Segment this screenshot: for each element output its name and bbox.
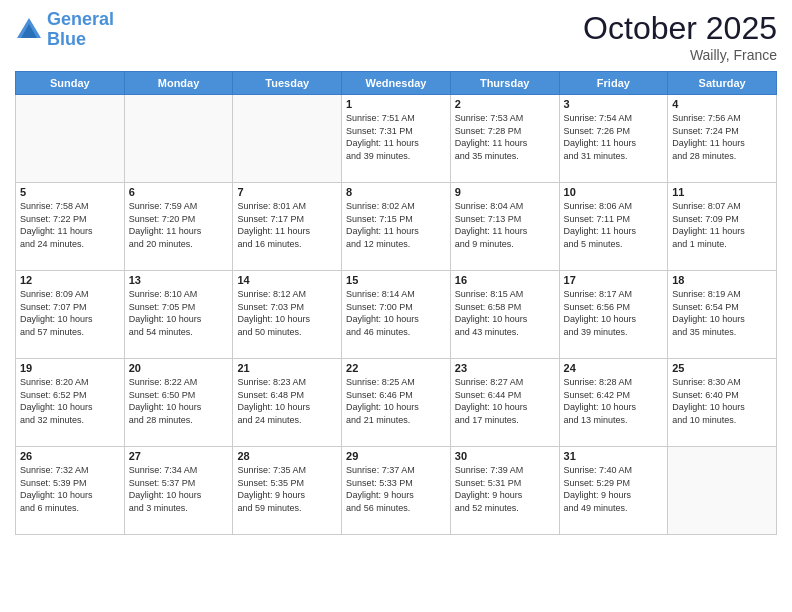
weekday-header: Saturday (668, 72, 777, 95)
day-number: 24 (564, 362, 664, 374)
day-info: Sunrise: 8:15 AM Sunset: 6:58 PM Dayligh… (455, 288, 555, 338)
calendar-header: SundayMondayTuesdayWednesdayThursdayFrid… (16, 72, 777, 95)
weekday-header: Wednesday (342, 72, 451, 95)
day-info: Sunrise: 8:14 AM Sunset: 7:00 PM Dayligh… (346, 288, 446, 338)
calendar-cell: 27Sunrise: 7:34 AM Sunset: 5:37 PM Dayli… (124, 447, 233, 535)
calendar-cell: 21Sunrise: 8:23 AM Sunset: 6:48 PM Dayli… (233, 359, 342, 447)
day-number: 6 (129, 186, 229, 198)
day-info: Sunrise: 8:06 AM Sunset: 7:11 PM Dayligh… (564, 200, 664, 250)
day-info: Sunrise: 8:01 AM Sunset: 7:17 PM Dayligh… (237, 200, 337, 250)
calendar-body: 1Sunrise: 7:51 AM Sunset: 7:31 PM Daylig… (16, 95, 777, 535)
calendar-cell: 7Sunrise: 8:01 AM Sunset: 7:17 PM Daylig… (233, 183, 342, 271)
day-info: Sunrise: 7:54 AM Sunset: 7:26 PM Dayligh… (564, 112, 664, 162)
day-number: 1 (346, 98, 446, 110)
calendar-cell: 1Sunrise: 7:51 AM Sunset: 7:31 PM Daylig… (342, 95, 451, 183)
day-number: 5 (20, 186, 120, 198)
calendar-cell: 8Sunrise: 8:02 AM Sunset: 7:15 PM Daylig… (342, 183, 451, 271)
calendar-cell: 19Sunrise: 8:20 AM Sunset: 6:52 PM Dayli… (16, 359, 125, 447)
day-info: Sunrise: 7:58 AM Sunset: 7:22 PM Dayligh… (20, 200, 120, 250)
calendar-cell: 24Sunrise: 8:28 AM Sunset: 6:42 PM Dayli… (559, 359, 668, 447)
day-info: Sunrise: 7:37 AM Sunset: 5:33 PM Dayligh… (346, 464, 446, 514)
day-number: 14 (237, 274, 337, 286)
calendar-cell (233, 95, 342, 183)
calendar-cell: 14Sunrise: 8:12 AM Sunset: 7:03 PM Dayli… (233, 271, 342, 359)
calendar-cell: 9Sunrise: 8:04 AM Sunset: 7:13 PM Daylig… (450, 183, 559, 271)
day-info: Sunrise: 7:32 AM Sunset: 5:39 PM Dayligh… (20, 464, 120, 514)
calendar-cell (16, 95, 125, 183)
location-heading: Wailly, France (583, 47, 777, 63)
day-number: 11 (672, 186, 772, 198)
day-info: Sunrise: 7:56 AM Sunset: 7:24 PM Dayligh… (672, 112, 772, 162)
weekday-header: Tuesday (233, 72, 342, 95)
day-info: Sunrise: 7:39 AM Sunset: 5:31 PM Dayligh… (455, 464, 555, 514)
calendar-cell: 29Sunrise: 7:37 AM Sunset: 5:33 PM Dayli… (342, 447, 451, 535)
day-info: Sunrise: 8:07 AM Sunset: 7:09 PM Dayligh… (672, 200, 772, 250)
weekday-header: Monday (124, 72, 233, 95)
day-number: 18 (672, 274, 772, 286)
logo-general: General (47, 9, 114, 29)
day-number: 21 (237, 362, 337, 374)
calendar-week-row: 19Sunrise: 8:20 AM Sunset: 6:52 PM Dayli… (16, 359, 777, 447)
day-info: Sunrise: 8:28 AM Sunset: 6:42 PM Dayligh… (564, 376, 664, 426)
day-info: Sunrise: 7:51 AM Sunset: 7:31 PM Dayligh… (346, 112, 446, 162)
weekday-row: SundayMondayTuesdayWednesdayThursdayFrid… (16, 72, 777, 95)
calendar-cell (668, 447, 777, 535)
day-info: Sunrise: 7:34 AM Sunset: 5:37 PM Dayligh… (129, 464, 229, 514)
day-number: 23 (455, 362, 555, 374)
calendar-cell: 26Sunrise: 7:32 AM Sunset: 5:39 PM Dayli… (16, 447, 125, 535)
calendar-cell: 17Sunrise: 8:17 AM Sunset: 6:56 PM Dayli… (559, 271, 668, 359)
day-number: 29 (346, 450, 446, 462)
day-info: Sunrise: 8:10 AM Sunset: 7:05 PM Dayligh… (129, 288, 229, 338)
calendar-cell: 15Sunrise: 8:14 AM Sunset: 7:00 PM Dayli… (342, 271, 451, 359)
day-number: 8 (346, 186, 446, 198)
calendar-cell: 2Sunrise: 7:53 AM Sunset: 7:28 PM Daylig… (450, 95, 559, 183)
calendar-cell: 4Sunrise: 7:56 AM Sunset: 7:24 PM Daylig… (668, 95, 777, 183)
day-number: 19 (20, 362, 120, 374)
logo-icon (15, 16, 43, 44)
day-number: 26 (20, 450, 120, 462)
calendar-cell: 13Sunrise: 8:10 AM Sunset: 7:05 PM Dayli… (124, 271, 233, 359)
day-info: Sunrise: 8:23 AM Sunset: 6:48 PM Dayligh… (237, 376, 337, 426)
month-heading: October 2025 (583, 10, 777, 47)
day-number: 16 (455, 274, 555, 286)
calendar-cell: 20Sunrise: 8:22 AM Sunset: 6:50 PM Dayli… (124, 359, 233, 447)
day-info: Sunrise: 7:35 AM Sunset: 5:35 PM Dayligh… (237, 464, 337, 514)
day-number: 13 (129, 274, 229, 286)
day-info: Sunrise: 8:22 AM Sunset: 6:50 PM Dayligh… (129, 376, 229, 426)
day-number: 17 (564, 274, 664, 286)
calendar-cell: 11Sunrise: 8:07 AM Sunset: 7:09 PM Dayli… (668, 183, 777, 271)
day-info: Sunrise: 8:02 AM Sunset: 7:15 PM Dayligh… (346, 200, 446, 250)
logo-text: General Blue (47, 10, 114, 50)
calendar-week-row: 5Sunrise: 7:58 AM Sunset: 7:22 PM Daylig… (16, 183, 777, 271)
day-number: 15 (346, 274, 446, 286)
calendar-cell: 16Sunrise: 8:15 AM Sunset: 6:58 PM Dayli… (450, 271, 559, 359)
calendar-cell: 25Sunrise: 8:30 AM Sunset: 6:40 PM Dayli… (668, 359, 777, 447)
month-title: October 2025 Wailly, France (583, 10, 777, 63)
day-info: Sunrise: 8:30 AM Sunset: 6:40 PM Dayligh… (672, 376, 772, 426)
header: General Blue October 2025 Wailly, France (15, 10, 777, 63)
calendar-cell: 3Sunrise: 7:54 AM Sunset: 7:26 PM Daylig… (559, 95, 668, 183)
calendar-cell: 30Sunrise: 7:39 AM Sunset: 5:31 PM Dayli… (450, 447, 559, 535)
page: General Blue October 2025 Wailly, France… (0, 0, 792, 612)
day-number: 27 (129, 450, 229, 462)
calendar-week-row: 12Sunrise: 8:09 AM Sunset: 7:07 PM Dayli… (16, 271, 777, 359)
weekday-header: Sunday (16, 72, 125, 95)
calendar-cell: 23Sunrise: 8:27 AM Sunset: 6:44 PM Dayli… (450, 359, 559, 447)
calendar: SundayMondayTuesdayWednesdayThursdayFrid… (15, 71, 777, 535)
weekday-header: Friday (559, 72, 668, 95)
logo: General Blue (15, 10, 114, 50)
day-number: 25 (672, 362, 772, 374)
day-info: Sunrise: 7:59 AM Sunset: 7:20 PM Dayligh… (129, 200, 229, 250)
calendar-cell: 10Sunrise: 8:06 AM Sunset: 7:11 PM Dayli… (559, 183, 668, 271)
day-info: Sunrise: 8:27 AM Sunset: 6:44 PM Dayligh… (455, 376, 555, 426)
day-number: 2 (455, 98, 555, 110)
logo-blue: Blue (47, 29, 86, 49)
day-number: 31 (564, 450, 664, 462)
calendar-cell: 5Sunrise: 7:58 AM Sunset: 7:22 PM Daylig… (16, 183, 125, 271)
day-number: 4 (672, 98, 772, 110)
day-info: Sunrise: 7:40 AM Sunset: 5:29 PM Dayligh… (564, 464, 664, 514)
weekday-header: Thursday (450, 72, 559, 95)
day-number: 20 (129, 362, 229, 374)
day-info: Sunrise: 8:19 AM Sunset: 6:54 PM Dayligh… (672, 288, 772, 338)
calendar-cell (124, 95, 233, 183)
